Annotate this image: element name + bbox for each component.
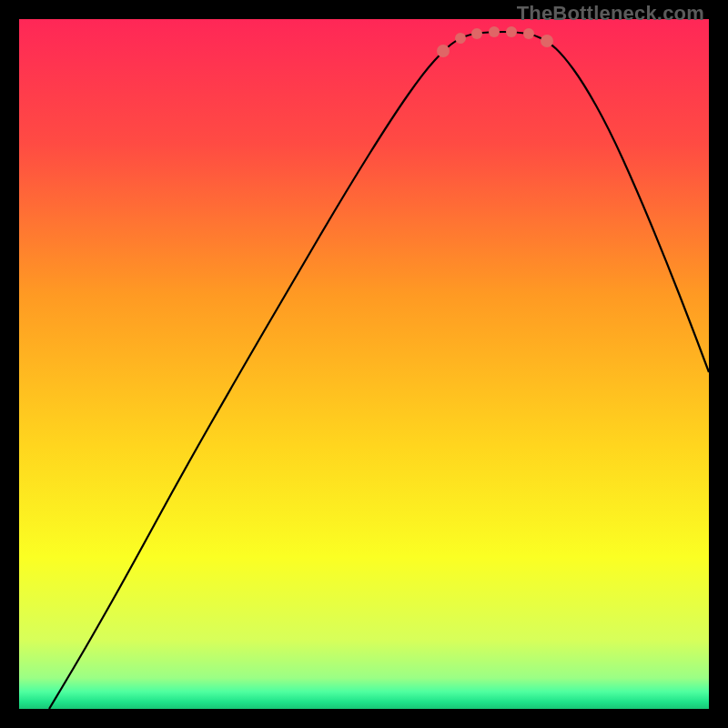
marker-dot	[437, 45, 450, 57]
marker-dot	[489, 26, 500, 37]
chart-svg	[19, 19, 709, 709]
marker-dot	[523, 28, 534, 39]
marker-dot	[541, 35, 553, 47]
marker-dot	[455, 33, 466, 44]
outer-frame: TheBottleneck.com	[0, 0, 728, 728]
marker-dot	[506, 26, 517, 37]
plot-area	[19, 19, 709, 709]
marker-dot	[471, 28, 482, 39]
